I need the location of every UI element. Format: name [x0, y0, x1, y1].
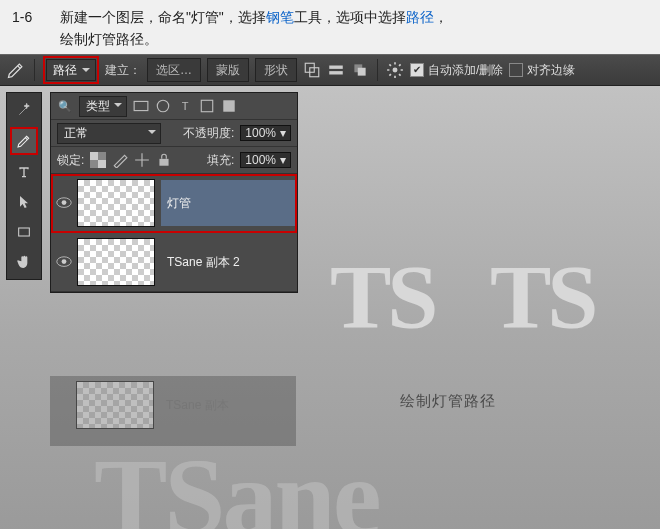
svg-rect-7 — [19, 228, 30, 236]
svg-rect-5 — [358, 68, 366, 76]
make-selection-button[interactable]: 选区… — [147, 58, 201, 82]
canvas-text-ts-1: TS — [330, 244, 435, 350]
keyword-path: 路径 — [406, 9, 434, 25]
hand-tool[interactable] — [11, 249, 37, 275]
establish-label: 建立： — [105, 62, 141, 79]
highlight-path-mode: 路径 — [43, 56, 99, 84]
layer-name[interactable]: 灯管 — [161, 180, 297, 226]
layers-panel: 🔍 类型 T 正常 不透明度: 100%▾ 锁定: 填充: 100%▾ — [50, 92, 298, 293]
lock-transparency-icon[interactable] — [90, 152, 106, 168]
svg-rect-3 — [329, 71, 343, 74]
instruction-text: 1-6 新建一个图层，命名"灯管"，选择钢笔工具，选项中选择路径， 绘制灯管路径… — [0, 0, 660, 54]
layer-list: 灯管 TSane 副本 2 — [51, 174, 297, 292]
svg-point-19 — [62, 260, 67, 265]
separator — [377, 59, 378, 81]
make-mask-button[interactable]: 蒙版 — [207, 58, 249, 82]
canvas-caption: 绘制灯管路径 — [400, 392, 496, 411]
svg-point-9 — [157, 100, 168, 111]
svg-point-6 — [393, 68, 398, 73]
path-alignment-icon[interactable] — [327, 61, 345, 79]
filter-shape-icon[interactable] — [199, 98, 215, 114]
pen-tool[interactable] — [10, 127, 38, 155]
layer-item[interactable]: TSane 副本 2 — [51, 233, 297, 292]
keyword-pen: 钢笔 — [266, 9, 294, 25]
layer-name: TSane 副本 — [160, 382, 296, 428]
align-edges-option[interactable]: ✔ 对齐边缘 — [509, 62, 575, 79]
rectangle-tool[interactable] — [11, 219, 37, 245]
checkbox-checked-icon: ✔ — [410, 63, 424, 77]
lock-all-icon[interactable] — [156, 152, 172, 168]
fill-value[interactable]: 100%▾ — [240, 152, 291, 168]
search-icon[interactable]: 🔍 — [57, 98, 73, 114]
make-shape-button[interactable]: 形状 — [255, 58, 297, 82]
layer-item[interactable]: 灯管 — [51, 174, 297, 233]
filter-adjust-icon[interactable] — [155, 98, 171, 114]
checkbox-unchecked-icon: ✔ — [509, 63, 523, 77]
svg-rect-8 — [134, 101, 148, 110]
opacity-value[interactable]: 100%▾ — [240, 125, 291, 141]
tool-mode-select[interactable]: 路径 — [46, 59, 96, 81]
type-tool[interactable] — [11, 159, 37, 185]
workspace: 🔍 类型 T 正常 不透明度: 100%▾ 锁定: 填充: 100%▾ — [0, 86, 660, 529]
path-selection-tool[interactable] — [11, 189, 37, 215]
filter-kind-select[interactable]: 类型 — [79, 96, 127, 117]
svg-rect-14 — [98, 160, 106, 168]
visibility-toggle[interactable] — [51, 197, 77, 208]
pen-tool-icon[interactable] — [6, 60, 26, 80]
lock-label: 锁定: — [57, 152, 84, 169]
path-arrangement-icon[interactable] — [351, 61, 369, 79]
step-number: 1-6 — [12, 6, 56, 28]
layers-lock-row: 锁定: 填充: 100%▾ — [51, 147, 297, 174]
opacity-label: 不透明度: — [183, 125, 234, 142]
fill-label: 填充: — [207, 152, 234, 169]
align-edges-label: 对齐边缘 — [527, 62, 575, 79]
layer-thumbnail — [76, 381, 154, 429]
visibility-toggle[interactable] — [51, 256, 77, 267]
auto-add-delete-option[interactable]: ✔ 自动添加/删除 — [410, 62, 503, 79]
filter-type-icon[interactable]: T — [177, 98, 193, 114]
layers-filter-row: 🔍 类型 T — [51, 93, 297, 120]
svg-rect-15 — [160, 159, 169, 166]
layers-blend-row: 正常 不透明度: 100%▾ — [51, 120, 297, 147]
filter-pixel-icon[interactable] — [133, 98, 149, 114]
toolbox — [6, 92, 42, 280]
instruction-body: 新建一个图层，命名"灯管"，选择钢笔工具，选项中选择路径， 绘制灯管路径。 — [60, 6, 640, 50]
svg-rect-11 — [223, 100, 234, 111]
path-operations-icon[interactable] — [303, 61, 321, 79]
gear-icon[interactable] — [386, 61, 404, 79]
auto-add-delete-label: 自动添加/删除 — [428, 62, 503, 79]
layer-thumbnail[interactable] — [77, 238, 155, 286]
lock-position-icon[interactable] — [134, 152, 150, 168]
svg-point-17 — [62, 201, 67, 206]
layer-name[interactable]: TSane 副本 2 — [161, 239, 297, 285]
options-bar: 路径 建立： 选区… 蒙版 形状 ✔ 自动添加/删除 ✔ 对齐边缘 — [0, 54, 660, 86]
canvas-text-ts-2: TS — [490, 244, 595, 350]
layer-item-reflection: TSane 副本 — [50, 376, 296, 434]
svg-rect-10 — [201, 100, 212, 111]
lock-pixels-icon[interactable] — [112, 152, 128, 168]
filter-smart-icon[interactable] — [221, 98, 237, 114]
magic-wand-tool[interactable] — [11, 97, 37, 123]
svg-rect-13 — [90, 152, 98, 160]
svg-rect-2 — [329, 66, 343, 69]
blend-mode-select[interactable]: 正常 — [57, 123, 161, 144]
layer-thumbnail[interactable] — [77, 179, 155, 227]
canvas-text-tsane: TSane — [94, 434, 379, 529]
separator — [34, 59, 35, 81]
